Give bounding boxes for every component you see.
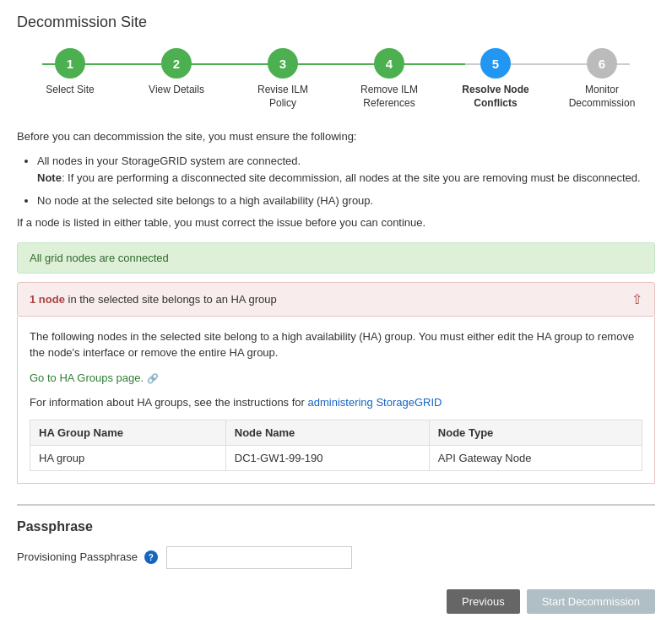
alert-error[interactable]: 1 node in the selected site belongs to a… xyxy=(17,282,655,317)
passphrase-title: Passphrase xyxy=(17,519,655,534)
error-body: The following nodes in the selected site… xyxy=(30,328,642,361)
info-text-prefix: For information about HA groups, see the… xyxy=(30,396,308,409)
previous-button[interactable]: Previous xyxy=(447,589,520,614)
col-header-node-type: Node Type xyxy=(429,420,642,445)
step-label-5: Resolve Node Conflicts xyxy=(462,84,529,110)
description-text: Before you can decommission the site, yo… xyxy=(17,130,655,143)
step-circle-4: 4 xyxy=(374,48,404,79)
stepper: 1 Select Site 2 View Details 3 Revise IL… xyxy=(17,48,655,110)
cell-node-type: API Gateway Node xyxy=(429,445,642,470)
external-link-icon: 🔗 xyxy=(147,373,159,383)
step-circle-1: 1 xyxy=(55,48,85,79)
note-content: : If you are performing a disconnected s… xyxy=(62,171,641,184)
cell-ha-group-name: HA group xyxy=(30,445,226,470)
table-row: HA group DC1-GW1-99-190 API Gateway Node xyxy=(30,445,642,470)
passphrase-section: Passphrase Provisioning Passphrase ? Pre… xyxy=(17,504,655,614)
step-6: 6 Monitor Decommission xyxy=(549,48,655,110)
table-header-row: HA Group Name Node Name Node Type xyxy=(30,420,642,445)
chevron-up-icon: ⇧ xyxy=(631,291,642,307)
step-3: 3 Revise ILM Policy xyxy=(230,48,336,110)
step-2: 2 View Details xyxy=(123,48,230,97)
passphrase-label-text: Provisioning Passphrase xyxy=(17,550,138,563)
col-header-ha-group-name: HA Group Name xyxy=(30,420,226,445)
alert-error-suffix: in the selected site belongs to an HA gr… xyxy=(65,293,277,306)
note-label: Note xyxy=(37,171,62,184)
step-circle-2: 2 xyxy=(161,48,192,79)
step-label-3: Revise ILM Policy xyxy=(249,84,317,110)
step-circle-5: 5 xyxy=(480,48,511,79)
ha-groups-link-text: Go to HA Groups page. xyxy=(30,371,144,384)
help-icon[interactable]: ? xyxy=(144,550,158,564)
if-note: If a node is listed in either table, you… xyxy=(17,216,655,229)
ha-table: HA Group Name Node Name Node Type HA gro… xyxy=(30,420,642,471)
page-title: Decommission Site xyxy=(17,14,655,31)
step-1: 1 Select Site xyxy=(17,48,123,97)
step-label-2: View Details xyxy=(149,84,204,97)
requirement-2: No node at the selected site belongs to … xyxy=(37,192,655,209)
ha-groups-link[interactable]: Go to HA Groups page. 🔗 xyxy=(30,371,159,384)
ha-groups-link-line: Go to HA Groups page. 🔗 xyxy=(30,370,642,387)
step-5: 5 Resolve Node Conflicts xyxy=(442,48,549,110)
requirement-1: All nodes in your StorageGRID system are… xyxy=(37,153,655,186)
col-header-node-name: Node Name xyxy=(225,420,429,445)
passphrase-label: Provisioning Passphrase ? xyxy=(17,550,158,565)
step-label-6: Monitor Decommission xyxy=(568,84,636,110)
step-label-1: Select Site xyxy=(46,84,94,97)
requirement-2-main: No node at the selected site belongs to … xyxy=(37,194,373,207)
alert-success: All grid nodes are connected xyxy=(17,242,655,274)
requirement-1-main: All nodes in your StorageGRID system are… xyxy=(37,154,301,167)
alert-error-text: 1 node in the selected site belongs to a… xyxy=(30,293,277,306)
info-line: For information about HA groups, see the… xyxy=(30,394,642,411)
passphrase-input[interactable] xyxy=(166,546,352,569)
error-expanded-section: The following nodes in the selected site… xyxy=(17,317,655,484)
step-label-4: Remove ILM References xyxy=(355,84,423,110)
administering-link[interactable]: administering StorageGRID xyxy=(308,396,442,409)
alert-success-text: All grid nodes are connected xyxy=(30,252,169,264)
cell-node-name: DC1-GW1-99-190 xyxy=(225,445,429,470)
administering-link-text: administering StorageGRID xyxy=(308,396,442,409)
passphrase-row: Provisioning Passphrase ? xyxy=(17,546,655,569)
step-circle-6: 6 xyxy=(587,48,617,79)
step-4: 4 Remove ILM References xyxy=(336,48,442,110)
footer-buttons: Previous Start Decommission xyxy=(17,589,655,614)
step-circle-3: 3 xyxy=(268,48,298,79)
start-decommission-button[interactable]: Start Decommission xyxy=(527,589,655,614)
alert-error-prefix: 1 node xyxy=(30,293,65,306)
requirements-list: All nodes in your StorageGRID system are… xyxy=(37,153,655,209)
